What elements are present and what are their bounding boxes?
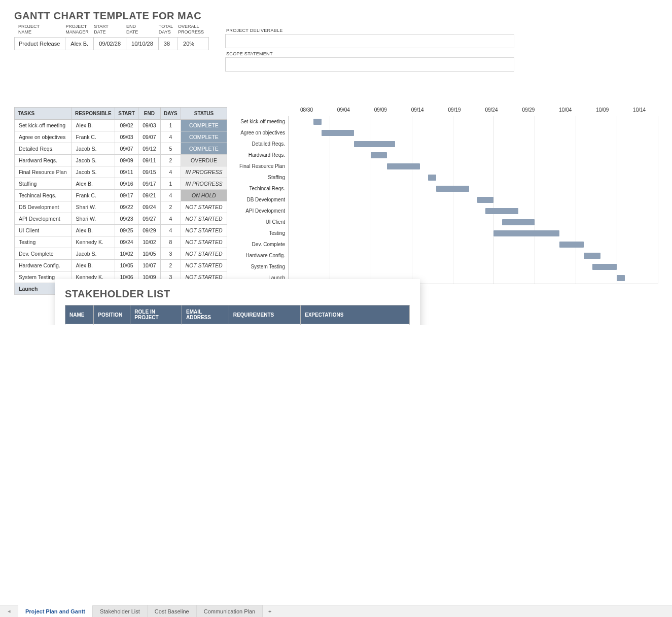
gantt-row-label: Dev. Complete [237,239,288,250]
summary-header: ENDDATE [126,25,159,37]
table-row[interactable]: Final Resource PlanJacob S.09/1109/154IN… [15,166,227,178]
summary-cell[interactable]: Product Release [14,37,65,50]
summary-header: TOTALDAYS [159,25,178,37]
col-header: EMAIL ADDRESS [182,305,229,324]
page-title: GANTT CHART TEMPLATE FOR MAC [14,10,658,22]
gantt-row [289,217,658,228]
gantt-row [289,250,658,261]
gantt-bar [592,264,617,270]
gantt-bar [371,152,387,158]
table-row[interactable]: Techincal Reqs.Frank C.09/1709/214ON HOL… [15,190,227,201]
table-row[interactable]: Agree on objectivesFrank C.09/0309/074CO… [15,131,227,143]
scope-input[interactable] [225,57,514,72]
table-row[interactable]: StaffingAlex B.09/1609/171IN PROGRESS [15,178,227,190]
timeline-tick: 09/24 [473,107,510,116]
summary-header: OVERALLPROGRESS [178,25,209,37]
table-row[interactable]: DB DevelopmentShari W.09/2209/242NOT STA… [15,201,227,213]
stakeholder-title: STAKEHOLDER LIST [65,288,410,300]
timeline-tick: 09/19 [436,107,473,116]
gantt-bar [428,175,436,181]
timeline-tick: 10/14 [621,107,658,116]
gantt-row [289,228,658,239]
task-header: END [138,108,161,120]
scope-label: SCOPE STATEMENT [226,51,658,56]
table-row[interactable]: Set kick-off meetingAlex B.09/0209/031CO… [15,120,227,131]
gantt-row-label: API Development [237,205,288,217]
task-header: DAYS [160,108,181,120]
summary-cell[interactable]: 38 [159,37,178,50]
summary-cell[interactable]: 20% [178,37,209,50]
gantt-row [289,183,658,194]
gantt-row [289,194,658,205]
gantt-row [289,116,658,127]
gantt-row-label: UI Client [237,217,288,228]
deliverable-input[interactable] [225,34,514,48]
timeline-tick: 09/29 [510,107,547,116]
gantt-row-label: Hardward Reqs. [237,150,288,161]
col-header: POSITION [94,305,130,324]
task-header: TASKS [15,108,72,120]
col-header: ROLE IN PROJECT [130,305,182,324]
gantt-row-label: Set kick-off meeting [237,116,288,127]
gantt-bar [502,219,535,225]
gantt-row [289,139,658,150]
gantt-bar [493,230,559,236]
table-row[interactable]: API DevelopmentShari W.09/2309/274NOT ST… [15,213,227,225]
gantt-bar [617,275,625,281]
table-row[interactable]: UI ClientAlex B.09/2509/294NOT STARTED [15,225,227,236]
timeline-tick: 09/09 [362,107,399,116]
gantt-row [289,261,658,272]
gantt-row [289,172,658,183]
task-table: TASKSRESPONSIBLESTARTENDDAYSSTATUSSet ki… [14,107,227,295]
gantt-row-label: Detailed Reqs. [237,139,288,150]
gantt-row [289,205,658,217]
gantt-bar [313,119,322,125]
stakeholder-card: STAKEHOLDER LIST NAMEPOSITIONROLE IN PRO… [55,279,420,325]
gantt-bar [387,163,420,169]
table-row[interactable]: Dev. CompleteJacob S.10/0210/053NOT STAR… [15,248,227,260]
deliverable-label: PROJECT DELIVERABLE [226,28,658,33]
project-summary-table: PROJECTNAMEProduct ReleasePROJECTMANAGER… [14,25,209,50]
table-row[interactable]: Detailed Reqs.Jacob S.09/0709/125COMPLET… [15,143,227,155]
gantt-row-label: Testing [237,228,288,239]
timeline-tick: 09/04 [325,107,362,116]
task-header: STATUS [181,108,227,120]
table-row[interactable]: John SmithVP of ProductFinal approval of… [65,324,410,326]
stakeholder-table: NAMEPOSITIONROLE IN PROJECTEMAIL ADDRESS… [65,305,410,325]
gantt-row-label: Agree on objectives [237,127,288,139]
summary-header: PROJECTNAME [14,25,65,37]
gantt-row-label: Techincal Reqs. [237,183,288,194]
gantt-row-label: Staffing [237,172,288,183]
summary-header: STARTDATE [94,25,126,37]
gantt-row [289,161,658,172]
timeline-tick: 10/09 [584,107,621,116]
gantt-row [289,127,658,139]
gantt-bar [322,130,355,136]
task-header: START [115,108,138,120]
gantt-bar [559,242,584,248]
gantt-row-label: System Testing [237,261,288,272]
gantt-row-label: DB Development [237,194,288,205]
timeline-tick: 09/14 [399,107,436,116]
gantt-row-label: Final Resource Plan [237,161,288,172]
timeline-tick: 08/30 [288,107,325,116]
col-header: NAME [65,305,94,324]
gantt-row [289,239,658,250]
table-row[interactable]: Hardward Reqs.Jacob S.09/0909/112OVERDUE [15,155,227,166]
gantt-row-label: Hardware Config. [237,250,288,261]
table-row[interactable]: Hardware Config.Alex B.10/0510/072NOT ST… [15,260,227,271]
gantt-bar [477,197,493,203]
summary-cell[interactable]: 10/10/28 [126,37,159,50]
col-header: REQUIREMENTS [229,305,300,324]
summary-header: PROJECTMANAGER [65,25,94,37]
summary-cell[interactable]: 09/02/28 [94,37,126,50]
gantt-chart: 08/3009/0409/0909/1409/1909/2409/2910/04… [237,107,658,295]
summary-cell[interactable]: Alex B. [65,37,94,50]
gantt-row [289,150,658,161]
gantt-bar [485,208,518,214]
gantt-bar [436,186,469,192]
timeline-tick: 10/04 [547,107,584,116]
task-header: RESPONSIBLE [72,108,115,120]
table-row[interactable]: TestingKennedy K.09/2410/028NOT STARTED [15,236,227,248]
gantt-bar [354,141,395,147]
